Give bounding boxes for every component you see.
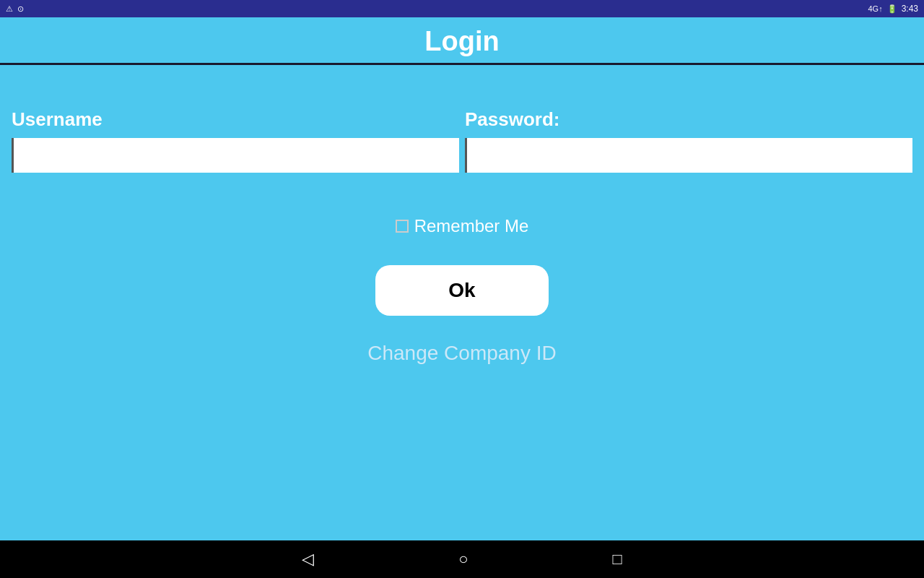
page-title: Login [0, 26, 924, 57]
status-bar-left: ⚠ ⊙ [6, 4, 24, 14]
time-display: 3:43 [902, 4, 918, 14]
username-label: Username [12, 108, 459, 131]
username-field-group: Username [12, 108, 459, 173]
remember-me-label[interactable]: Remember Me [414, 216, 529, 236]
password-label: Password: [465, 108, 912, 131]
status-bar: ⚠ ⊙ 4G↑ 🔋 3:43 [0, 0, 924, 17]
change-company-id-link[interactable]: Change Company ID [367, 342, 556, 365]
bottom-nav-bar: ◁ ○ □ [0, 540, 924, 578]
credentials-row: Username Password: [12, 108, 912, 173]
location-icon: ⊙ [17, 4, 24, 14]
ok-button[interactable]: Ok [375, 265, 549, 316]
signal-icon: 4G↑ [868, 4, 882, 13]
back-button[interactable]: ◁ [302, 550, 314, 569]
home-button[interactable]: ○ [458, 550, 468, 569]
recents-button[interactable]: □ [613, 550, 622, 569]
battery-icon: 🔋 [887, 4, 897, 14]
header: Login [0, 17, 924, 65]
warning-icon: ⚠ [6, 4, 13, 14]
main-content: Login Username Password: Remember Me Ok … [0, 17, 924, 540]
remember-me-row: Remember Me [396, 216, 529, 236]
form-area: Username Password: Remember Me Ok Change… [0, 65, 924, 540]
status-bar-right: 4G↑ 🔋 3:43 [868, 4, 918, 14]
remember-me-checkbox[interactable] [396, 220, 409, 233]
password-field-group: Password: [465, 108, 912, 173]
password-input[interactable] [465, 138, 912, 173]
username-input[interactable] [12, 138, 459, 173]
